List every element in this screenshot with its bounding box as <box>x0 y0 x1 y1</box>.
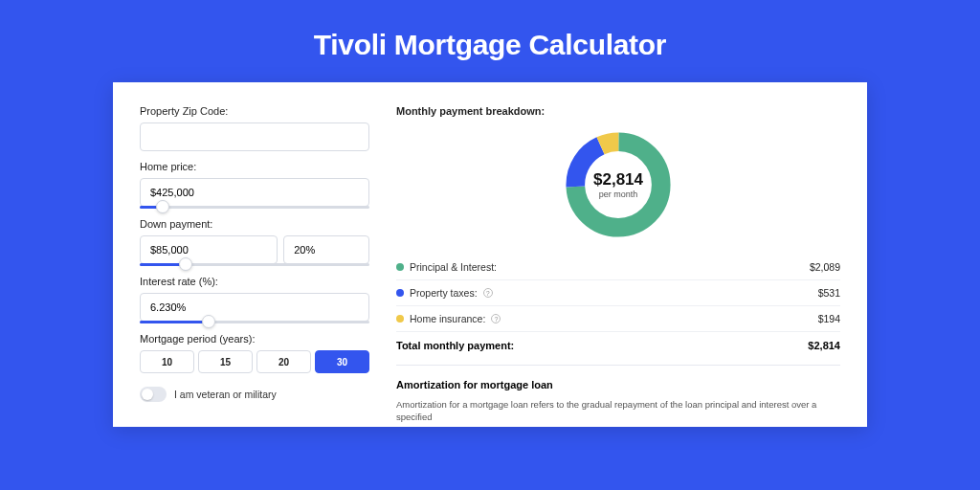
home-price-field: Home price: <box>140 161 369 209</box>
dot-green-icon <box>396 263 404 271</box>
legend-principal: Principal & Interest: $2,089 <box>396 255 840 280</box>
interest-rate-field: Interest rate (%): <box>140 276 369 323</box>
amortization-body: Amortization for a mortgage loan refers … <box>396 398 840 424</box>
period-20-button[interactable]: 20 <box>256 350 311 373</box>
zip-input[interactable] <box>140 122 369 151</box>
amortization-title: Amortization for mortgage loan <box>396 379 840 390</box>
veteran-row: I am veteran or military <box>140 387 369 402</box>
breakdown-title: Monthly payment breakdown: <box>396 105 840 117</box>
inputs-panel: Property Zip Code: Home price: Down paym… <box>140 105 369 427</box>
legend-taxes-value: $531 <box>818 287 840 299</box>
breakdown-panel: Monthly payment breakdown: $2,814 per mo… <box>396 105 840 427</box>
down-payment-amount-input[interactable] <box>140 235 278 264</box>
page-title: Tivoli Mortgage Calculator <box>0 0 980 82</box>
veteran-toggle[interactable] <box>140 387 167 402</box>
interest-rate-label: Interest rate (%): <box>140 276 369 287</box>
total-value: $2,814 <box>808 340 840 351</box>
zip-field: Property Zip Code: <box>140 105 369 151</box>
donut-amount: $2,814 <box>593 170 643 189</box>
donut-chart: $2,814 per month <box>396 128 840 241</box>
home-price-label: Home price: <box>140 161 369 172</box>
legend-insurance-value: $194 <box>818 313 840 324</box>
donut-per-label: per month <box>593 189 643 199</box>
dot-blue-icon <box>396 289 404 297</box>
legend-principal-label: Principal & Interest: <box>410 261 497 273</box>
down-payment-pct-input[interactable] <box>283 235 369 264</box>
interest-rate-slider[interactable] <box>140 321 369 323</box>
period-15-button[interactable]: 15 <box>198 350 253 373</box>
legend-principal-value: $2,089 <box>810 261 840 273</box>
period-10-button[interactable]: 10 <box>140 350 194 373</box>
period-label: Mortgage period (years): <box>140 333 369 345</box>
info-icon[interactable]: ? <box>491 314 501 323</box>
info-icon[interactable]: ? <box>483 288 493 298</box>
down-payment-label: Down payment: <box>140 218 369 230</box>
total-label: Total monthly payment: <box>396 340 514 351</box>
interest-rate-input[interactable] <box>140 293 369 322</box>
zip-label: Property Zip Code: <box>140 105 369 117</box>
period-buttons: 10 15 20 30 <box>140 350 369 373</box>
period-field: Mortgage period (years): 10 15 20 30 <box>140 333 369 373</box>
divider <box>396 365 840 366</box>
legend-taxes: Property taxes: ? $531 <box>396 280 840 306</box>
legend-insurance: Home insurance: ? $194 <box>396 306 840 332</box>
down-payment-slider[interactable] <box>140 263 369 266</box>
legend-taxes-label: Property taxes: <box>410 287 478 299</box>
veteran-label: I am veteran or military <box>174 389 277 400</box>
total-row: Total monthly payment: $2,814 <box>396 332 840 365</box>
donut-center: $2,814 per month <box>593 170 643 199</box>
dot-yellow-icon <box>396 315 404 323</box>
down-payment-field: Down payment: <box>140 218 369 266</box>
home-price-slider[interactable] <box>140 206 369 209</box>
legend-insurance-label: Home insurance: <box>410 313 485 324</box>
period-30-button[interactable]: 30 <box>315 350 369 373</box>
home-price-input[interactable] <box>140 178 369 207</box>
calculator-card: Property Zip Code: Home price: Down paym… <box>113 82 867 427</box>
